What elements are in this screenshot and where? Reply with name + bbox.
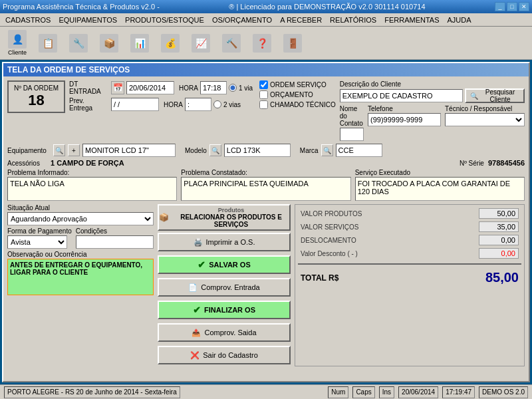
comprov-saida-btn[interactable]: 📤 Comprov. Saida [158,323,291,342]
marca-search-btn[interactable]: 🔍 [321,144,333,156]
prob-const-textarea[interactable] [181,177,350,201]
tecnico-select[interactable] [445,113,525,126]
relacionar-text: Produtos RELACIONAR OS PRODUTOS E SERVIÇ… [173,207,289,228]
condicoes-group: Condições [76,227,154,249]
accessories-row: Acessórios 1 CAMPO DE FORÇA Nº Série 978… [7,159,525,167]
menu-cadastros[interactable]: CADASTROS [1,15,55,25]
window-controls: _ □ ✕ [495,2,529,11]
ins-text: Ins [382,388,391,396]
equip-search-btn2[interactable]: + [68,144,80,156]
telefone-input[interactable] [368,113,441,126]
tecnico-label: Técnico / Responsável [445,105,525,112]
status-ins: Ins [379,386,394,398]
menu-os[interactable]: OS/ORÇAMENTO [208,15,276,25]
pesquisar-cliente-btn[interactable]: 🔍 Pesquisar Cliente [465,88,525,103]
descricao-row: 🔍 Pesquisar Cliente [340,88,525,103]
minimize-btn[interactable]: _ [495,2,505,11]
maximize-btn[interactable]: □ [507,2,517,11]
toolbar-btn-3[interactable]: 📦 [94,29,124,58]
valor-produtos-label: VALOR PRODUTOS [301,210,362,217]
deslocamento-amount: 0,00 [479,235,519,245]
via2-label: 2 vias [223,101,241,108]
via1-radio[interactable] [229,84,237,92]
modelo-search-btn[interactable]: 🔍 [209,144,221,156]
toolbar-cliente-label: Cliente [8,49,27,56]
status-bar: PORTO ALEGRE - RS 20 de Junho de 2014 - … [0,384,532,399]
situacao-label: Situação Atual [7,204,154,211]
acess-label: Acessórios [7,160,51,167]
forma-pgto-group: Forma de Pagamento Avista Prazo [7,227,72,249]
modelo-input[interactable] [224,144,291,157]
toolbar-btn-5[interactable]: 💰 [156,29,185,58]
total-row: TOTAL R$ 85,00 [298,269,521,287]
menu-receber[interactable]: A RECEBER [276,15,326,25]
menu-ajuda[interactable]: AJUDA [444,15,475,25]
obs-text: ANTES DE ENTREGAR O EQUIPAMENTO, LIGAR P… [10,261,142,276]
comprov-entrada-btn[interactable]: 📄 Comprov. Entrada [158,278,291,297]
telefone-group: Telefone [368,105,441,141]
toolbar-btn-4[interactable]: 📊 [125,29,154,58]
status-location: PORTO ALEGRE - RS 20 de Junho de 2014 - … [4,386,180,398]
situacao-select[interactable]: Aguardando Aprovação Em Andamento Conclu… [7,212,154,225]
obs-label: Observação ou Ocorrência [7,251,154,258]
toolbar-icon-6: 📈 [192,34,210,53]
demo-text: DEMO OS 2.0 [482,388,525,396]
serv-exec-textarea[interactable] [355,177,525,201]
comprov-saida-label: Comprov. Saida [204,329,256,336]
title-left: Programa Assistência Técnica & Produtos … [3,3,160,11]
hora-input[interactable] [200,81,227,94]
toolbar-icon-9: 🚪 [283,34,302,53]
obs-group: Observação ou Ocorrência ANTES DE ENTREG… [7,251,154,295]
calendar-icon[interactable]: 📅 [111,81,124,94]
forma-pgto-select[interactable]: Avista Prazo [7,235,67,249]
orcamento-checkbox[interactable] [259,90,268,99]
hora2-input[interactable] [185,98,211,111]
menu-bar: CADASTROS EQUIPAMENTOS PRODUTOS/ESTOQUE … [0,13,532,27]
serv-exec-label: Serviço Executado [355,169,525,176]
salvar-btn[interactable]: ✔ SALVAR OS [158,255,291,274]
equip-input[interactable] [82,144,176,157]
valor-produtos-amount: 50,00 [479,208,519,219]
chamado-checkbox[interactable] [259,100,268,109]
deslocamento-label: DESLOCAMENTO [301,237,356,244]
descricao-input[interactable] [340,89,463,102]
marca-input[interactable] [336,144,382,157]
via2-radio[interactable] [213,100,221,108]
dt-entrada-input[interactable] [126,81,174,94]
close-btn[interactable]: ✕ [519,2,529,11]
menu-ferramentas[interactable]: FERRAMENTAS [380,15,443,25]
telefone-label: Telefone [368,105,441,112]
modelo-label: Modelo [185,147,207,154]
print-icon: 🖨️ [194,238,203,247]
menu-relatorios[interactable]: RELATÓRIOS [326,15,380,25]
equip-search-btn1[interactable]: 🔍 [53,144,65,156]
desconto-row: Valor Desconto ( - ) 0,00 [298,247,521,259]
menu-equipamentos[interactable]: EQUIPAMENTOS [55,15,121,25]
toolbar-btn-9[interactable]: 🚪 [278,29,307,58]
toolbar-btn-6[interactable]: 📈 [186,29,215,58]
nome-input[interactable] [340,128,364,141]
valor-servicos-row: VALOR SERVIÇOS 35,00 [298,221,521,233]
relacionar-btn[interactable]: 📦 Produtos RELACIONAR OS PRODUTOS E SERV… [158,204,291,231]
prev-entrega-row: Prev. Entrega HORA 2 vias [69,97,253,112]
comprov-entrada-icon: 📄 [188,283,198,292]
toolbar-btn-1[interactable]: 📋 [33,29,63,58]
sair-btn[interactable]: ❌ Sair do Cadastro [158,346,291,364]
toolbar-cliente[interactable]: 👤 Cliente [3,29,32,58]
condicoes-input[interactable] [76,235,154,249]
toolbar-icon-3: 📦 [100,34,118,53]
situacao-group: Situação Atual Aguardando Aprovação Em A… [7,204,154,225]
toolbar-btn-7[interactable]: 🔨 [217,29,246,58]
prob-info-textarea[interactable] [7,177,177,201]
finalizar-btn[interactable]: ✔ FINALIZAR OS [158,301,291,319]
toolbar-btn-8[interactable]: ❓ [247,29,277,58]
os-checkbox[interactable] [259,80,268,89]
imprimir-btn[interactable]: 🖨️ Imprimir a O.S. [158,233,291,251]
window-title: TELA DA ORDEM DE SERVIÇOS [3,63,529,76]
relacionar-icon: 📦 [159,213,169,222]
toolbar-btn-2[interactable]: 🔧 [64,29,93,58]
main-window: TELA DA ORDEM DE SERVIÇOS Nº DA ORDEM 18… [2,62,530,382]
finalizar-icon: ✔ [193,305,201,315]
prev-entrega-input[interactable] [111,98,159,111]
menu-produtos[interactable]: PRODUTOS/ESTOQUE [121,15,208,25]
